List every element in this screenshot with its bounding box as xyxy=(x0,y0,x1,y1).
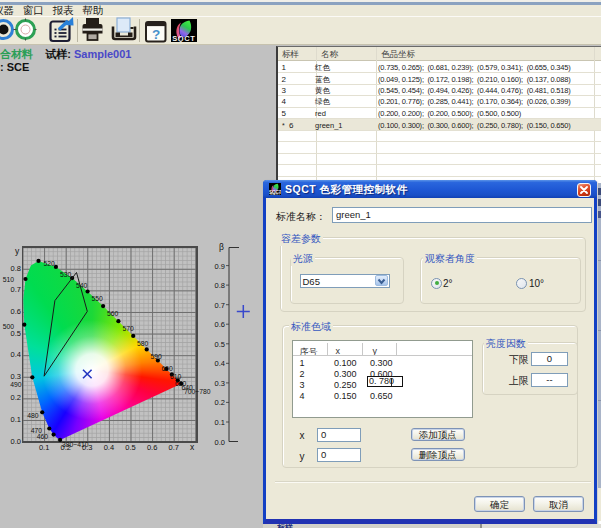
svg-text:550: 550 xyxy=(92,295,104,302)
svg-text:560: 560 xyxy=(107,310,119,317)
svg-text:610: 610 xyxy=(170,373,182,380)
svg-text:y: y xyxy=(15,246,20,256)
svg-text:0.3: 0.3 xyxy=(11,372,21,381)
svg-text:0.1: 0.1 xyxy=(215,418,225,427)
svg-text:0.8: 0.8 xyxy=(215,281,225,290)
svg-text:600: 600 xyxy=(162,365,174,372)
svg-text:0.3: 0.3 xyxy=(215,379,225,388)
svg-text:0.2: 0.2 xyxy=(11,393,21,402)
svg-text:0.0: 0.0 xyxy=(11,437,21,446)
svg-text:0.1: 0.1 xyxy=(11,415,21,424)
svg-text:500: 500 xyxy=(3,323,15,330)
svg-text:700~780: 700~780 xyxy=(184,388,211,395)
svg-text:510: 510 xyxy=(3,276,15,283)
svg-text:0.7: 0.7 xyxy=(168,443,178,452)
svg-text:0.2: 0.2 xyxy=(215,398,225,407)
svg-text:490: 490 xyxy=(10,381,22,388)
svg-text:0.4: 0.4 xyxy=(215,359,225,368)
svg-text:0.7: 0.7 xyxy=(11,285,21,294)
svg-text:590: 590 xyxy=(151,353,163,360)
svg-text:0.8: 0.8 xyxy=(11,264,21,273)
svg-text:0.7: 0.7 xyxy=(215,301,225,310)
svg-text:0.5: 0.5 xyxy=(11,329,21,338)
svg-text:0.4: 0.4 xyxy=(104,443,114,452)
svg-text:580: 580 xyxy=(137,340,149,347)
svg-text:0.9: 0.9 xyxy=(215,262,225,271)
svg-text:0.5: 0.5 xyxy=(125,443,135,452)
svg-text:0.6: 0.6 xyxy=(215,320,225,329)
svg-text:β: β xyxy=(219,242,224,252)
svg-text:0.6: 0.6 xyxy=(11,307,21,316)
svg-text:460: 460 xyxy=(37,433,49,440)
svg-text:530: 530 xyxy=(60,271,72,278)
svg-text:570: 570 xyxy=(123,325,135,332)
svg-text:0.4: 0.4 xyxy=(11,350,21,359)
svg-text:480: 480 xyxy=(27,412,39,419)
svg-text:540: 540 xyxy=(76,282,88,289)
svg-text:x: x xyxy=(190,442,195,452)
svg-text:380~410: 380~410 xyxy=(62,441,89,448)
svg-text:0.0: 0.0 xyxy=(215,438,225,447)
svg-text:520: 520 xyxy=(44,260,56,267)
svg-text:0.6: 0.6 xyxy=(147,443,157,452)
svg-text:0.5: 0.5 xyxy=(215,340,225,349)
svg-text:0.1: 0.1 xyxy=(39,443,49,452)
